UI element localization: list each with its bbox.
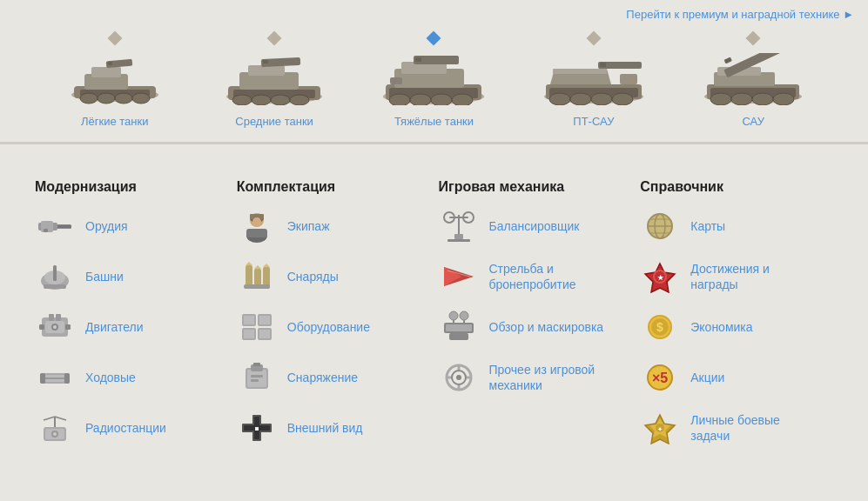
menu-label-balance: Балансировщик (489, 218, 580, 234)
menu-label-other-mechanics: Прочее из игровой механики (489, 362, 595, 393)
svg-rect-113 (251, 379, 259, 382)
tank-image-spg (692, 49, 814, 110)
svg-point-3 (80, 93, 98, 104)
gun-icon (35, 209, 75, 244)
svg-point-51 (752, 93, 773, 105)
maps-icon (640, 209, 680, 244)
svg-point-130 (449, 311, 458, 320)
menu-label-achievements: Достижения и награды (690, 261, 770, 292)
menu-label-missions: Личные боевые задачи (690, 412, 780, 444)
engine-icon (35, 310, 75, 344)
menu-item-crew[interactable]: Экипаж (237, 209, 439, 244)
svg-point-37 (549, 93, 570, 105)
svg-rect-56 (724, 57, 732, 63)
svg-rect-33 (390, 77, 402, 84)
svg-point-50 (731, 93, 752, 105)
tank-indicator-td (586, 31, 601, 46)
tank-indicator-medium (267, 31, 282, 46)
menu-label-exterior: Внешний вид (287, 420, 363, 436)
svg-rect-124 (447, 239, 470, 242)
menu-item-shooting[interactable]: Стрельба и бронепробитие (439, 259, 641, 294)
svg-rect-89 (246, 229, 267, 237)
menu-item-radios[interactable]: Радиостанции (35, 411, 237, 445)
menu-item-consumables[interactable]: Снаряжение (237, 360, 439, 395)
menu-item-engines[interactable]: Двигатели (35, 310, 237, 344)
column-mechanics: Игровая механика Балансировщик (439, 179, 641, 461)
tank-label-light: Лёгкие танки (81, 115, 148, 128)
menu-item-exterior[interactable]: Внешний вид (237, 411, 439, 445)
menu-label-promotions: Акции (690, 370, 724, 385)
svg-text:★: ★ (657, 274, 664, 282)
svg-line-83 (44, 417, 55, 420)
turret-icon (35, 259, 75, 294)
svg-point-73 (53, 325, 57, 329)
menu-item-modules[interactable]: Оборудование (237, 310, 439, 344)
svg-point-49 (710, 93, 731, 105)
svg-rect-10 (108, 62, 112, 65)
svg-point-137 (456, 375, 461, 380)
svg-rect-112 (251, 375, 263, 377)
tank-item-light[interactable]: Лёгкие танки (41, 33, 189, 128)
menu-item-other-mechanics[interactable]: Прочее из игровой механики (439, 360, 641, 395)
svg-text:×5: ×5 (652, 371, 668, 385)
svg-point-28 (452, 94, 473, 105)
svg-rect-21 (263, 60, 268, 63)
menu-item-ammo[interactable]: Снаряды (237, 259, 439, 294)
svg-point-132 (460, 311, 468, 320)
menu-item-achievements[interactable]: ★ Достижения и награды (640, 259, 842, 294)
svg-point-17 (290, 95, 309, 105)
svg-point-27 (431, 94, 452, 105)
tank-item-heavy[interactable]: Тяжёлые танки (360, 33, 508, 128)
svg-rect-61 (44, 229, 48, 232)
menu-item-vision[interactable]: Обзор и маскировка (439, 310, 641, 344)
menu-label-economy: Экономика (690, 319, 752, 335)
svg-rect-111 (253, 363, 260, 366)
menu-item-economy[interactable]: $ Экономика (640, 310, 842, 344)
tank-item-td[interactable]: ПТ-САУ (520, 33, 668, 128)
vision-icon (439, 310, 479, 344)
menu-item-balance[interactable]: Балансировщик (439, 209, 641, 244)
radio-icon (35, 411, 75, 445)
tank-item-medium[interactable]: Средние танки (200, 33, 348, 128)
menu-item-maps[interactable]: Карты (640, 209, 842, 244)
column-title-reference: Справочник (640, 179, 842, 195)
svg-point-39 (591, 93, 612, 105)
svg-rect-103 (259, 316, 270, 324)
svg-rect-120 (449, 217, 468, 218)
svg-line-84 (55, 417, 66, 420)
premium-link[interactable]: Перейти к премиум и наградной технике ► (626, 8, 854, 21)
tank-image-td (533, 49, 655, 110)
missions-icon: ✦ (640, 411, 680, 445)
column-reference: Справочник Карты (640, 179, 842, 461)
svg-rect-78 (45, 375, 64, 377)
svg-rect-44 (600, 63, 606, 67)
menu-label-shooting: Стрельба и бронепробитие (489, 261, 576, 292)
svg-rect-123 (454, 234, 463, 239)
equipment-icon (237, 310, 277, 344)
tank-image-medium (213, 49, 335, 110)
tank-indicator-heavy (427, 31, 441, 46)
crew-icon (237, 209, 277, 244)
column-title-modernization: Модернизация (35, 179, 237, 195)
svg-point-5 (115, 93, 132, 104)
svg-rect-42 (553, 69, 607, 74)
column-modernization: Модернизация Орудия (35, 179, 237, 461)
premium-arrow-icon: ► (843, 8, 854, 21)
tank-item-spg[interactable]: САУ (679, 33, 827, 128)
tank-indicator-spg (746, 31, 761, 46)
tank-category-section: Лёгкие танки Средние танки (0, 24, 868, 143)
svg-rect-107 (259, 330, 270, 338)
menu-label-guns: Орудия (85, 218, 128, 234)
svg-rect-65 (44, 284, 66, 289)
menu-item-missions[interactable]: ✦ Личные боевые задачи (640, 411, 842, 445)
menu-item-guns[interactable]: Орудия (35, 209, 237, 244)
svg-point-38 (570, 93, 591, 105)
premium-link-bar: Перейти к премиум и наградной технике ► (0, 0, 868, 24)
menu-item-tracks[interactable]: Ходовые (35, 360, 237, 395)
menu-item-turrets[interactable]: Башни (35, 259, 237, 294)
svg-point-25 (389, 94, 410, 105)
menu-item-promotions[interactable]: ×5 Акции (640, 360, 842, 395)
svg-point-92 (252, 217, 261, 226)
svg-rect-71 (65, 324, 71, 330)
svg-text:✦: ✦ (657, 426, 663, 432)
